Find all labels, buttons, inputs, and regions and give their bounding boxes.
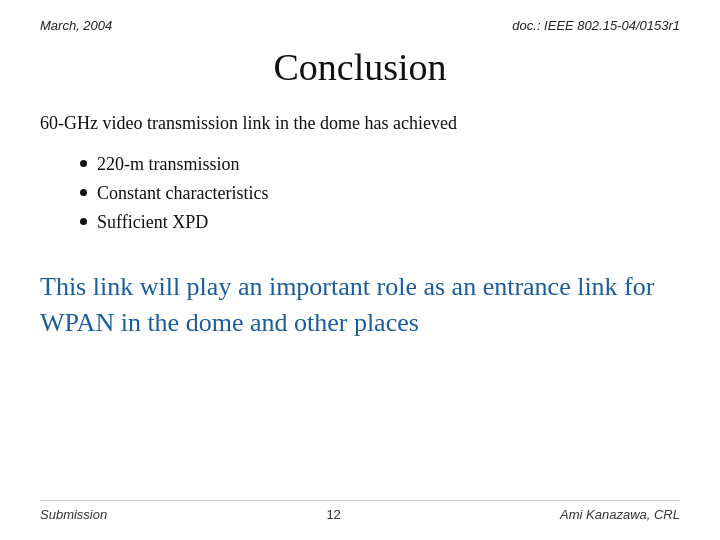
bullet-icon xyxy=(80,189,87,196)
list-item: Constant characteristics xyxy=(80,183,680,204)
footer-page: 12 xyxy=(326,507,340,522)
bullet-icon xyxy=(80,160,87,167)
header: March, 2004 doc.: IEEE 802.15-04/0153r1 xyxy=(40,18,680,33)
list-item: Sufficient XPD xyxy=(80,212,680,233)
footer-submission: Submission xyxy=(40,507,107,522)
list-item: 220-m transmission xyxy=(80,154,680,175)
highlight-text: This link will play an important role as… xyxy=(40,269,680,342)
bullet-text: Sufficient XPD xyxy=(97,212,208,233)
bullet-text: 220-m transmission xyxy=(97,154,240,175)
header-date: March, 2004 xyxy=(40,18,112,33)
slide: March, 2004 doc.: IEEE 802.15-04/0153r1 … xyxy=(0,0,720,540)
slide-title: Conclusion xyxy=(40,45,680,89)
subtitle: 60-GHz video transmission link in the do… xyxy=(40,113,680,134)
footer-author: Ami Kanazawa, CRL xyxy=(560,507,680,522)
footer: Submission 12 Ami Kanazawa, CRL xyxy=(40,500,680,522)
bullet-icon xyxy=(80,218,87,225)
bullet-text: Constant characteristics xyxy=(97,183,268,204)
bullet-list: 220-m transmission Constant characterist… xyxy=(80,154,680,241)
header-doc: doc.: IEEE 802.15-04/0153r1 xyxy=(512,18,680,33)
